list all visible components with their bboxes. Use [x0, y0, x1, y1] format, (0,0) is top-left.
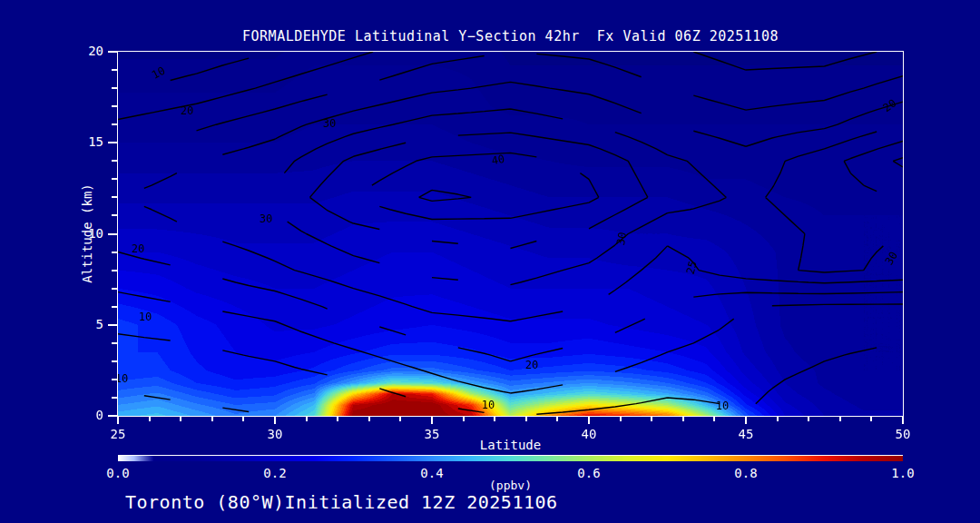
colorbar-tick-label: 1.0: [883, 466, 923, 480]
chart-title: FORMALDEHYDE Latitudinal Y−Section 42hr …: [118, 28, 903, 44]
y-tick-label: 0: [76, 408, 103, 422]
x-tick-minor: [180, 417, 181, 421]
x-tick-label: 50: [885, 427, 921, 441]
x-tick-label: 40: [571, 427, 607, 441]
y-tick-minor: [112, 214, 117, 216]
colorbar: [118, 455, 903, 461]
y-tick-minor: [112, 252, 117, 253]
y-tick-minor: [112, 87, 117, 89]
colorbar-tick-label: 0.6: [569, 466, 609, 480]
y-tick-major: [108, 324, 117, 326]
x-tick-minor: [839, 417, 841, 421]
colorbar-tick-label: 0.8: [726, 466, 766, 480]
y-tick-minor: [112, 196, 117, 198]
x-tick-major: [117, 417, 119, 424]
colorbar-tick-label: 0.4: [412, 466, 452, 480]
x-tick-label: 25: [100, 427, 136, 441]
y-tick-label: 15: [76, 134, 103, 149]
y-tick-major: [108, 233, 117, 235]
y-tick-minor: [112, 306, 117, 308]
x-tick-minor: [620, 417, 622, 421]
y-tick-major: [108, 51, 117, 53]
x-tick-minor: [463, 417, 465, 421]
x-tick-major: [431, 417, 433, 424]
x-tick-minor: [494, 417, 495, 421]
x-tick-major: [274, 417, 276, 424]
y-tick-minor: [112, 270, 117, 271]
x-tick-major: [588, 417, 590, 424]
y-tick-minor: [112, 123, 117, 125]
y-tick-minor: [112, 288, 117, 290]
y-tick-major: [108, 142, 117, 143]
x-tick-label: 35: [414, 427, 450, 441]
y-tick-major: [108, 415, 117, 417]
colorbar-tick-label: 0.0: [98, 466, 138, 480]
x-tick-minor: [777, 417, 779, 421]
x-tick-minor: [149, 417, 151, 421]
x-tick-label: 30: [257, 427, 293, 441]
x-tick-minor: [337, 417, 338, 421]
x-tick-minor: [525, 417, 527, 421]
footer-text: Toronto (80°W)Initialized 12Z 20251106: [125, 491, 558, 513]
y-tick-minor: [112, 379, 117, 380]
colorbar-units: (ppbv): [118, 479, 903, 492]
x-axis-title: Latitude: [118, 438, 903, 452]
y-tick-minor: [112, 160, 117, 162]
y-tick-minor: [112, 397, 117, 399]
x-tick-minor: [399, 417, 401, 421]
x-tick-minor: [808, 417, 809, 421]
plot-canvas: [117, 51, 904, 417]
x-tick-minor: [242, 417, 244, 421]
y-tick-minor: [112, 178, 117, 180]
y-tick-minor: [112, 69, 117, 71]
y-tick-label: 10: [76, 226, 103, 241]
x-tick-minor: [870, 417, 872, 421]
x-tick-minor: [713, 417, 715, 421]
x-tick-label: 45: [728, 427, 764, 441]
x-tick-minor: [211, 417, 213, 421]
x-tick-minor: [556, 417, 558, 421]
x-tick-minor: [368, 417, 370, 421]
y-tick-minor: [112, 360, 117, 362]
y-tick-label: 5: [76, 317, 103, 331]
x-tick-minor: [682, 417, 684, 421]
colorbar-tick-label: 0.2: [255, 466, 295, 480]
y-tick-minor: [112, 342, 117, 344]
x-tick-major: [745, 417, 747, 424]
x-tick-minor: [306, 417, 308, 421]
y-tick-label: 20: [76, 44, 103, 58]
x-tick-major: [902, 417, 904, 424]
chart-stage: FORMALDEHYDE Latitudinal Y−Section 42hr …: [0, 0, 980, 523]
x-tick-minor: [651, 417, 652, 421]
y-tick-minor: [112, 105, 117, 107]
